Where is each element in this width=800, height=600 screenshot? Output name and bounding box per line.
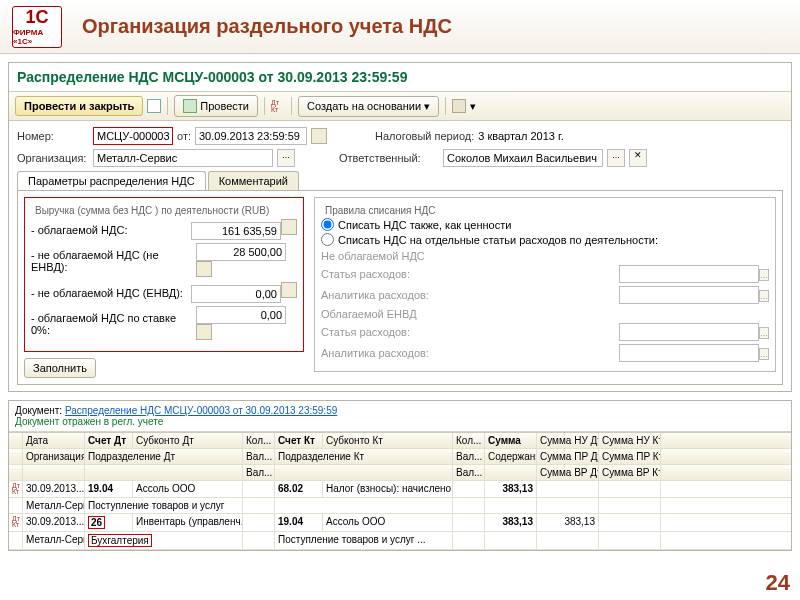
ledger-doc-link[interactable]: Распределение НДС МСЦУ-000003 от 30.09.2…	[65, 405, 337, 416]
tax-period-label: Налоговый период:	[375, 130, 474, 142]
dtKt-icon[interactable]: ДтКт	[271, 99, 285, 113]
chevron-down-icon: ▾	[424, 100, 430, 113]
calc-icon[interactable]	[196, 324, 212, 340]
resp-select-button[interactable]: ...	[607, 149, 625, 167]
rule-opt2-radio[interactable]	[321, 233, 334, 246]
grid-data-row[interactable]: ДтКт 30.09.2013... 19.04 Ассоль ООО 68.0…	[9, 481, 791, 498]
rev2-input[interactable]	[196, 243, 286, 261]
rule-opt1-radio[interactable]	[321, 218, 334, 231]
grid-data-row[interactable]: Металл-Серв Поступление товаров и услуг	[9, 498, 791, 514]
grid-header-row-2: Организация Подразделение Дт Вал... Подр…	[9, 449, 791, 465]
exp-item-label-2: Статья расходов:	[321, 326, 410, 338]
dtKt-icon: ДтКт	[9, 481, 23, 497]
rev3-label: - не облагаемой НДС (ЕНВД):	[31, 287, 183, 299]
date-label: от:	[177, 130, 191, 142]
slide-title: Организация раздельного учета НДС	[82, 15, 452, 38]
ledger-panel: Документ: Распределение НДС МСЦУ-000003 …	[8, 400, 792, 551]
fill-button[interactable]: Заполнить	[24, 358, 96, 378]
acc-dt-highlight: 26	[88, 516, 105, 529]
calc-icon[interactable]	[281, 282, 297, 298]
save-icon[interactable]	[147, 99, 161, 113]
document-title: Распределение НДС МСЦУ-000003 от 30.09.2…	[9, 63, 791, 91]
logo-1c: 1С ФИРМА «1С»	[12, 6, 62, 48]
number-label: Номер:	[17, 130, 89, 142]
slide-number: 24	[766, 570, 790, 596]
analytics-field-2	[619, 344, 759, 362]
analytics-select: ...	[759, 290, 769, 302]
exp-item-label: Статья расходов:	[321, 268, 410, 280]
exp-item-select: ...	[759, 269, 769, 281]
grid-header-row: Дата Счет Дт Субконто Дт Кол... Счет Кт …	[9, 433, 791, 449]
tab-comment[interactable]: Комментарий	[208, 171, 299, 190]
org-label: Организация:	[17, 152, 89, 164]
analytics-label: Аналитика расходов:	[321, 289, 429, 301]
revenue-fieldset-title: Выручка (сумма без НДС ) по деятельности…	[31, 205, 273, 216]
post-button[interactable]: Провести	[174, 95, 258, 117]
analytics-label-2: Аналитика расходов:	[321, 347, 429, 359]
rev2-label: - не облагаемой НДС (не ЕНВД):	[31, 249, 190, 273]
create-based-button[interactable]: Создать на основании ▾	[298, 96, 439, 117]
rev4-label: - облагаемой НДС по ставке 0%:	[31, 312, 190, 336]
rule-opt1-label: Списать НДС также, как ценности	[338, 219, 511, 231]
print-icon[interactable]	[452, 99, 466, 113]
dtKt-icon: ДтКт	[9, 514, 23, 531]
rules-fieldset-title: Правила списания НДС	[321, 205, 439, 216]
grid-data-row[interactable]: ДтКт 30.09.2013... 26 Инвентарь (управле…	[9, 514, 791, 532]
rev3-input[interactable]	[191, 285, 281, 303]
dept-highlight: Бухгалтерия	[88, 534, 152, 547]
rule-opt2-label: Списать НДС на отдельные статьи расходов…	[338, 234, 658, 246]
exp-item-field	[619, 265, 759, 283]
toolbar: Провести и закрыть Провести ДтКт Создать…	[9, 91, 791, 121]
rules-sec2: Облагаемой ЕНВД	[321, 308, 769, 320]
exp-item-field-2	[619, 323, 759, 341]
chevron-down-icon[interactable]: ▾	[470, 100, 476, 113]
grid-header-row-3: Вал... Вал... Сумма ВР ДтСумма ВР Кт	[9, 465, 791, 481]
calc-icon[interactable]	[281, 219, 297, 235]
exp-item-select-2: ...	[759, 327, 769, 339]
tax-period-value: 3 квартал 2013 г.	[478, 130, 563, 142]
analytics-field	[619, 286, 759, 304]
ledger-status: Документ отражен в регл. учете	[15, 416, 785, 427]
resp-label: Ответственный:	[339, 152, 439, 164]
grid-data-row[interactable]: Металл-Серв Бухгалтерия Поступление това…	[9, 532, 791, 550]
number-field[interactable]	[93, 127, 173, 145]
post-and-close-button[interactable]: Провести и закрыть	[15, 96, 143, 116]
rev4-input[interactable]	[196, 306, 286, 324]
rev1-input[interactable]	[191, 222, 281, 240]
date-field[interactable]	[195, 127, 307, 145]
post-icon	[183, 99, 197, 113]
analytics-select-2: ...	[759, 348, 769, 360]
rev1-label: - облагаемой НДС:	[31, 224, 127, 236]
calendar-icon[interactable]	[311, 128, 327, 144]
rules-sec1: Не облагаемой НДС	[321, 250, 769, 262]
tab-params[interactable]: Параметры распределения НДС	[17, 171, 206, 190]
calc-icon[interactable]	[196, 261, 212, 277]
org-field[interactable]	[93, 149, 273, 167]
resp-clear-button[interactable]: ✕	[629, 149, 647, 167]
org-select-button[interactable]: ...	[277, 149, 295, 167]
ledger-doc-label: Документ:	[15, 405, 62, 416]
resp-field[interactable]	[443, 149, 603, 167]
